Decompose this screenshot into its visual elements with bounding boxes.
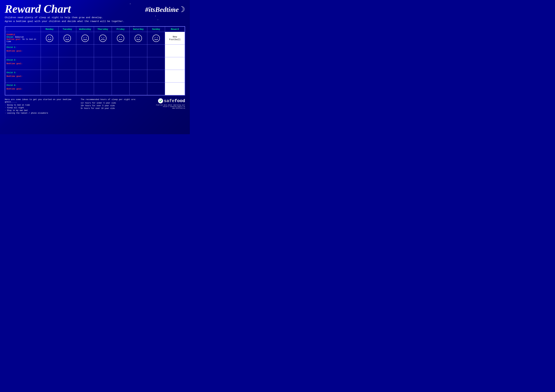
child1-tuesday [58,45,76,57]
child2-label: Child 2: [7,59,39,61]
child2-thursday [94,57,112,70]
idea-4: · Leaving the tablet / phone elsewhere [5,112,74,114]
child1-row: Child 1: Bedtime goal: [5,45,185,57]
child4-label-cell: Child 4: Bedtime goal: [5,83,41,95]
svg-point-20 [155,37,155,38]
child2-sunday [147,57,165,70]
svg-point-16 [135,35,142,42]
col-header-monday: Monday [41,27,58,32]
example-bedtime-goal: Bedtime goal: Go to bed on time [7,38,39,43]
ideas-title: Here are some ideas to get you started o… [5,98,74,103]
child2-wednesday [76,57,94,70]
child2-saturday [129,57,147,70]
child3-friday [112,70,129,83]
example-thursday-cell [94,32,112,45]
footer-sleep: The recommended hours of sleep per night… [74,98,150,110]
happy-face-icon [81,34,89,42]
svg-point-19 [153,35,160,42]
svg-point-14 [121,37,122,38]
svg-point-9 [99,35,106,42]
example-wednesday-cell [76,32,94,45]
child1-label-cell: Child 1: Bedtime goal: [5,45,41,57]
svg-point-6 [82,35,89,42]
child2-row: Child 2: Bedtime goal: [5,57,185,70]
sleep-title: The recommended hours of sleep per night… [81,98,150,101]
safefood-tagline: Find out more about improving your child… [150,104,185,109]
svg-point-18 [139,37,140,38]
moon-icon: ☽ [180,5,185,14]
title-block: Reward Chart [5,3,71,14]
footer-ideas: Here are some ideas to get you started o… [5,98,74,115]
svg-point-0 [46,35,53,42]
child1-saturday [129,45,147,57]
child3-tuesday [58,70,76,83]
example-label-cell: EXAMPLE Child: Deborah Bedtime goal: Go … [5,32,41,45]
example-tuesday-cell [58,32,76,45]
child1-monday [41,45,58,57]
svg-point-17 [137,37,138,38]
child3-goal-label: Bedtime goal: [7,75,22,78]
child3-row: Child 3: Bedtime goal: [5,70,185,83]
idea-1: · Going to bed on time [5,104,74,106]
child1-goal-label: Bedtime goal: [7,50,22,52]
star-icon: ✦ [173,6,174,9]
child3-thursday [94,70,112,83]
child3-monday [41,70,58,83]
happy-face-icon [134,34,142,42]
child4-label: Child 4: [7,84,39,86]
child2-reward [165,57,185,70]
child4-goal-label: Bedtime goal: [7,88,22,90]
svg-point-1 [48,37,49,38]
child1-sunday [147,45,165,57]
example-monday-cell [41,32,58,45]
child4-reward [165,83,185,95]
child4-saturday [129,83,147,95]
happy-face-icon [152,34,160,42]
child3-saturday [129,70,147,83]
footer: Here are some ideas to get you started o… [5,98,185,115]
child2-label-cell: Child 2: Bedtime goal: [5,57,41,70]
reward-table: Monday Tuesday Wednesday Thursday Friday… [5,27,185,95]
header: Reward Chart #itsBedtime ☽ [5,3,185,14]
example-saturday-cell [129,32,147,45]
child1-label: Child 1: [7,46,39,49]
footer-brand: safefood Find out more about improving y… [150,98,185,109]
star-icon: ✦ [130,3,131,5]
child4-wednesday [76,83,94,95]
example-row: EXAMPLE Child: Deborah Bedtime goal: Go … [5,32,185,45]
child3-label: Child 3: [7,71,39,74]
star-icon: ✦ [133,25,134,28]
col-header-saturday: Saturday [129,27,147,32]
svg-point-11 [104,37,104,38]
col-header-reward: Reward [165,27,185,32]
sad-face-icon [99,34,107,42]
svg-point-7 [84,37,84,38]
child2-monday [41,57,58,70]
col-header-sunday: Sunday [147,27,165,32]
svg-point-12 [117,35,124,42]
example-tag: EXAMPLE [7,34,39,36]
svg-point-8 [86,37,87,38]
child2-friday [112,57,129,70]
sleep-item-2: 10+ hours for over 5 year olds [81,105,150,107]
child4-sunday [147,83,165,95]
sleep-item-3: 9+ hours for over 10 year olds [81,107,150,110]
child4-tuesday [58,83,76,95]
example-reward-cell: New Football [165,32,185,45]
example-friday-cell [112,32,129,45]
child3-label-cell: Child 3: Bedtime goal: [5,70,41,83]
star-icon: ✦ [155,15,156,17]
idea-2: · Sleep all night [5,107,74,109]
safefood-logo: safefood [150,98,185,103]
child2-goal-label: Bedtime goal: [7,63,22,65]
sleep-item-1: 11+ hours for under 5 year olds [81,102,150,104]
hashtag-section: #itsBedtime ☽ [145,5,185,14]
example-child-name: Child: Deborah [7,36,39,38]
col-header-wednesday: Wednesday [76,27,94,32]
example-sunday-cell [147,32,165,45]
safefood-logo-icon [158,98,163,103]
happy-face-icon [45,34,53,42]
child4-row: Child 4: Bedtime goal: [5,83,185,95]
svg-point-5 [68,37,69,38]
child4-friday [112,83,129,95]
